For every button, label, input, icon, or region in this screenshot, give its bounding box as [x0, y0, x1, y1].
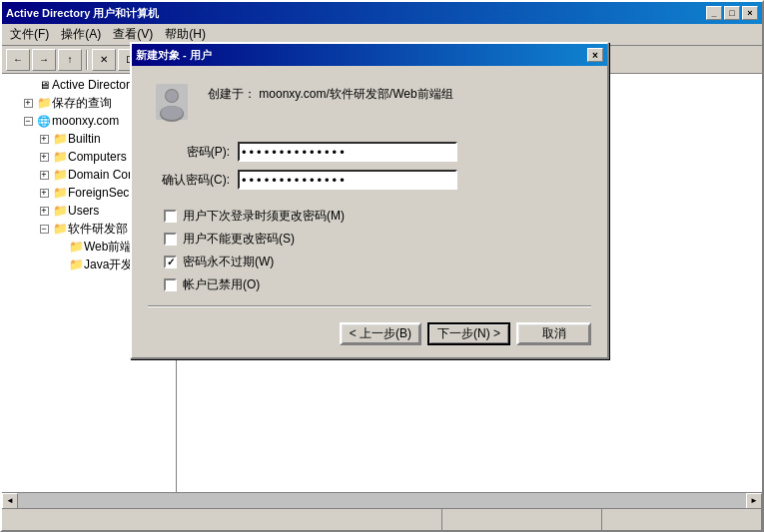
folder-icon-foreign: 📁 — [52, 185, 68, 201]
title-bar-buttons: _ □ × — [706, 6, 758, 20]
expander-root — [20, 77, 36, 93]
close-button[interactable]: × — [742, 6, 758, 20]
expander-dept: − — [36, 221, 52, 237]
folder-icon-dept: 📁 — [52, 221, 68, 237]
main-window-title: Active Directory 用户和计算机 — [6, 6, 706, 21]
dialog-separator — [148, 305, 591, 306]
minimize-button[interactable]: _ — [706, 6, 722, 20]
checkbox-row-4: 帐户已禁用(O) — [164, 276, 591, 293]
checkbox-disabled[interactable] — [164, 278, 177, 291]
folder-icon-java: 📁 — [68, 257, 84, 272]
delete-button[interactable]: ✕ — [92, 49, 116, 71]
scroll-track[interactable] — [18, 493, 746, 508]
horizontal-scrollbar[interactable]: ◄ ► — [2, 492, 762, 508]
expander-users: + — [36, 203, 52, 219]
created-at-label: 创建于： — [208, 87, 256, 101]
created-at-value: moonxy.com/软件研发部/Web前端组 — [259, 87, 452, 101]
dialog-new-user: 新建对象 - 用户 × 创建于： moonxy.com/软件研发部/Web前端组 — [130, 42, 609, 359]
svg-point-4 — [161, 106, 183, 120]
scroll-left-btn[interactable]: ◄ — [2, 493, 18, 509]
menu-action[interactable]: 操作(A) — [55, 24, 107, 45]
forward-button[interactable]: → — [32, 49, 56, 71]
checkbox-label-1: 用户下次登录时须更改密码(M) — [183, 208, 345, 225]
dialog-close-button[interactable]: × — [587, 48, 603, 62]
status-right — [602, 509, 762, 530]
tree-label-builtin: Builtin — [68, 132, 101, 146]
dialog-buttons: < 上一步(B) 下一步(N) > 取消 — [148, 322, 591, 345]
confirm-input[interactable] — [238, 170, 457, 190]
maximize-button[interactable]: □ — [724, 6, 740, 20]
next-button[interactable]: 下一步(N) > — [427, 322, 510, 345]
user-icon — [152, 82, 192, 122]
title-bar: Active Directory 用户和计算机 _ □ × — [2, 2, 762, 24]
menu-file[interactable]: 文件(F) — [4, 24, 55, 45]
checkbox-label-3: 密码永不过期(W) — [183, 254, 274, 270]
confirm-password-row: 确认密码(C): — [148, 170, 591, 190]
checkbox-row-3: 密码永不过期(W) — [164, 254, 591, 270]
expander-builtin: + — [36, 131, 52, 147]
password-label: 密码(P): — [148, 144, 238, 161]
dialog-info: 创建于： moonxy.com/软件研发部/Web前端组 — [208, 78, 453, 103]
status-middle — [442, 509, 602, 530]
folder-icon-saved: 📁 — [36, 95, 52, 111]
back-button[interactable]: < 上一步(B) — [340, 322, 421, 345]
dialog-title-text: 新建对象 - 用户 — [136, 48, 587, 63]
tree-label-saved: 保存的查询 — [52, 95, 112, 112]
expander-web — [52, 239, 68, 255]
dialog-header: 创建于： moonxy.com/软件研发部/Web前端组 — [148, 78, 591, 126]
created-at-row: 创建于： moonxy.com/软件研发部/Web前端组 — [208, 86, 453, 103]
scroll-right-btn[interactable]: ► — [746, 493, 762, 509]
domain-icon: 🌐 — [36, 113, 52, 129]
back-button[interactable]: ← — [6, 49, 30, 71]
status-left — [2, 509, 442, 530]
checkbox-label-2: 用户不能更改密码(S) — [183, 231, 295, 248]
tree-label-dept: 软件研发部 — [68, 221, 128, 238]
up-button[interactable]: ↑ — [58, 49, 82, 71]
dialog-body: 创建于： moonxy.com/软件研发部/Web前端组 密码(P): 确认密码… — [132, 66, 607, 357]
checkbox-must-change[interactable] — [164, 210, 177, 223]
checkbox-row-2: 用户不能更改密码(S) — [164, 231, 591, 248]
checkbox-never-expires[interactable] — [164, 256, 177, 268]
password-input[interactable] — [238, 142, 457, 162]
dialog-title-bar: 新建对象 - 用户 × — [132, 44, 607, 66]
computer-icon: 🖥 — [36, 77, 52, 93]
expander-dc: + — [36, 167, 52, 183]
folder-icon-dc: 📁 — [52, 167, 68, 183]
folder-icon-users: 📁 — [52, 203, 68, 219]
tree-label-domain: moonxy.com — [52, 114, 119, 128]
expander-java — [52, 257, 68, 272]
expander-computers: + — [36, 149, 52, 165]
folder-icon-web: 📁 — [68, 239, 84, 255]
checkbox-row-1: 用户下次登录时须更改密码(M) — [164, 208, 591, 225]
folder-icon-computers: 📁 — [52, 149, 68, 165]
status-bar — [2, 508, 762, 530]
user-icon-box — [148, 78, 196, 126]
checkbox-cannot-change[interactable] — [164, 233, 177, 246]
expander-domain: − — [20, 113, 36, 129]
tree-label-users: Users — [68, 204, 99, 218]
folder-icon-builtin: 📁 — [52, 131, 68, 147]
svg-point-3 — [166, 90, 178, 102]
tree-label-computers: Computers — [68, 150, 127, 164]
toolbar-separator-1 — [86, 50, 88, 70]
expander-foreign: + — [36, 185, 52, 201]
cancel-button[interactable]: 取消 — [516, 322, 591, 345]
password-row: 密码(P): — [148, 142, 591, 162]
confirm-label: 确认密码(C): — [148, 172, 238, 189]
expander-saved: + — [20, 95, 36, 111]
checkbox-label-4: 帐户已禁用(O) — [183, 276, 260, 293]
